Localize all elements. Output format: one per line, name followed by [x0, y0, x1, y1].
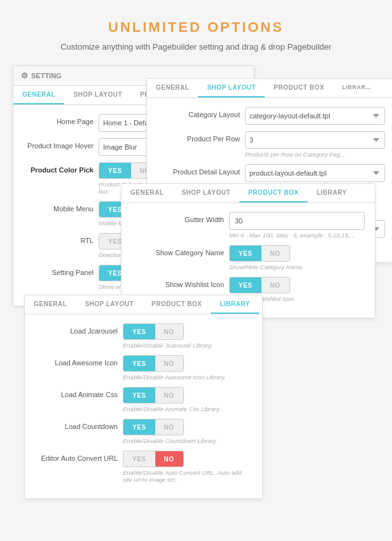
toggle-yes-show-wishlist-icon[interactable]: YES: [230, 278, 262, 293]
panel-library: GENERAL SHOP LAYOUT PRODUCT BOX LIBRARY …: [24, 295, 263, 499]
toggle-no-load-countdown[interactable]: NO: [155, 419, 183, 435]
toggle-no-load-awesome-icon[interactable]: NO: [155, 356, 183, 371]
hint-load-jcarousel: Enable/Disable Jcarousel Library.: [123, 342, 252, 349]
label-home-page: Home Page: [24, 114, 94, 125]
tab-library-2[interactable]: LIBRAR...: [333, 79, 380, 97]
label-rtl: RTL: [24, 233, 94, 244]
row-product-per-row: Product Per Row 3 Products per Row on Ca…: [157, 131, 385, 158]
row-load-countdown: Load Countdown YES NO Enable/Disable Cou…: [35, 419, 252, 444]
tab-product-box-3[interactable]: PRODUCT BOX: [239, 184, 307, 202]
label-load-awesome-icon: Load Awesome Icon: [35, 355, 118, 367]
row-category-layout: Category Layout category-layout-default.…: [157, 107, 385, 125]
input-gutter-width[interactable]: [229, 212, 365, 230]
page-title: UNLIMITED OPTIONS: [13, 19, 379, 36]
toggle-yes-load-awesome-icon[interactable]: YES: [123, 356, 155, 371]
content-product-per-row: 3 Products per Row on Category Pag...: [245, 131, 385, 158]
label-setting-panel: Setting Panel: [24, 265, 94, 276]
label-product-per-row: Product Per Row: [157, 131, 240, 143]
label-mobile-menu: Mobile Menu: [24, 201, 94, 213]
content-load-jcarousel: YES NO Enable/Disable Jcarousel Library.: [123, 323, 252, 349]
toggle-show-category-name: YES NO: [229, 245, 290, 262]
row-gutter-width: Gutter Width Min 0 - Max 100, Step : 5; …: [132, 212, 365, 239]
tab-general-2[interactable]: GENERAL: [147, 79, 198, 97]
label-load-countdown: Load Countdown: [35, 419, 118, 430]
row-load-awesome-icon: Load Awesome Icon YES NO Enable/Disable …: [35, 355, 252, 381]
label-show-category-name: Show Category Name: [132, 245, 224, 256]
toggle-yes-show-category-name[interactable]: YES: [230, 246, 262, 261]
toggle-yes-load-jcarousel[interactable]: YES: [123, 324, 155, 339]
tab-shop-layout-4[interactable]: SHOP LAYOUT: [76, 295, 143, 314]
tab-product-box-2[interactable]: PRODUCT BOX: [265, 79, 333, 97]
toggle-load-animate-css: YES NO: [123, 387, 184, 404]
label-color-pick: Product Color Pick: [24, 162, 94, 174]
label-gutter-width: Gutter Width: [132, 212, 224, 223]
toggle-no-load-jcarousel[interactable]: NO: [155, 324, 183, 339]
tab-product-box-4[interactable]: PRODUCT BOX: [143, 295, 211, 314]
tab-shop-layout-2[interactable]: SHOP LAYOUT: [198, 79, 265, 97]
hint-show-category-name: Show/Hide Category Name.: [229, 263, 365, 270]
label-load-animate-css: Load Animate Css: [35, 387, 118, 398]
toggle-yes-load-countdown[interactable]: YES: [123, 419, 155, 435]
label-category-layout: Category Layout: [157, 107, 240, 118]
content-gutter-width: Min 0 - Max 100, Step : 5; example : 5,1…: [229, 212, 365, 239]
toggle-yes-editor-auto-convert[interactable]: YES: [123, 451, 155, 467]
hint-editor-auto-convert: Enable/Disable Auto Convert URL. Auto ad…: [123, 469, 252, 483]
hint-load-awesome-icon: Enable/Disable Awesome Icon Library.: [123, 374, 252, 381]
row-show-category-name: Show Category Name YES NO Show/Hide Cate…: [132, 245, 365, 270]
row-load-animate-css: Load Animate Css YES NO Enable/Disable A…: [35, 387, 252, 412]
select-product-per-row[interactable]: 3: [245, 131, 385, 149]
page-subtitle: Customize anything with Pagebuilder sett…: [13, 42, 379, 52]
select-category-layout[interactable]: category-layout-default.tpl: [245, 107, 385, 125]
toggle-yes-color-pick[interactable]: YES: [99, 163, 131, 178]
label-image-hover: Product Image Hover: [24, 138, 94, 150]
panel2-tabs: GENERAL SHOP LAYOUT PRODUCT BOX LIBRAR..…: [147, 79, 392, 98]
content-show-category-name: YES NO Show/Hide Category Name.: [229, 245, 365, 270]
panel-header-label-1: SETTING: [31, 72, 62, 80]
tab-library-3[interactable]: LIBRARY: [307, 184, 356, 202]
hint-load-animate-css: Enable/Disable Animate Css Library.: [123, 405, 252, 412]
panels-placeholder: ⚙ SETTING GENERAL SHOP LAYOUT PRODUCT BO…: [13, 66, 379, 541]
page-wrapper: UNLIMITED OPTIONS Customize anything wit…: [0, 0, 392, 541]
tab-general-1[interactable]: GENERAL: [13, 86, 64, 104]
toggle-no-show-wishlist-icon[interactable]: NO: [262, 278, 290, 293]
label-product-detail-layout: Product Detail Layout: [157, 164, 240, 176]
toggle-yes-load-animate-css[interactable]: YES: [123, 388, 155, 403]
row-load-jcarousel: Load Jcarousel YES NO Enable/Disable Jca…: [35, 323, 252, 349]
tab-shop-layout-1[interactable]: SHOP LAYOUT: [64, 86, 131, 104]
label-load-jcarousel: Load Jcarousel: [35, 323, 118, 335]
panels-container: ⚙ SETTING GENERAL SHOP LAYOUT PRODUCT BO…: [13, 66, 379, 541]
row-editor-auto-convert: Editor Auto Convert URL YES NO Enable/Di…: [35, 451, 252, 483]
content-load-awesome-icon: YES NO Enable/Disable Awesome Icon Libra…: [123, 355, 252, 381]
content-load-animate-css: YES NO Enable/Disable Animate Css Librar…: [123, 387, 252, 412]
toggle-no-editor-auto-convert[interactable]: NO: [155, 451, 183, 467]
select-product-detail-layout[interactable]: product-layout-default.tpl: [245, 164, 385, 182]
toggle-no-show-category-name[interactable]: NO: [262, 246, 290, 261]
tab-shop-layout-3[interactable]: SHOP LAYOUT: [172, 184, 239, 202]
panel4-tabs: GENERAL SHOP LAYOUT PRODUCT BOX LIBRARY: [25, 295, 262, 314]
tab-general-4[interactable]: GENERAL: [25, 295, 76, 314]
content-category-layout: category-layout-default.tpl: [245, 107, 385, 125]
content-editor-auto-convert: YES NO Enable/Disable Auto Convert URL. …: [123, 451, 252, 483]
toggle-no-load-animate-css[interactable]: NO: [155, 388, 183, 403]
tab-general-3[interactable]: GENERAL: [122, 184, 172, 202]
content-load-countdown: YES NO Enable/Disable Countdown Library.: [123, 419, 252, 444]
hint-gutter-width: Min 0 - Max 100, Step : 5; example : 5,1…: [229, 232, 365, 239]
toggle-editor-auto-convert: YES NO: [123, 451, 184, 467]
hint-load-countdown: Enable/Disable Countdown Library.: [123, 437, 252, 444]
hint-product-per-row: Products per Row on Category Pag...: [245, 151, 385, 158]
content-product-detail-layout: product-layout-default.tpl: [245, 164, 385, 182]
toggle-show-wishlist-icon: YES NO: [229, 277, 290, 293]
toggle-load-awesome-icon: YES NO: [123, 355, 184, 372]
label-show-wishlist-icon: Show Wishlist Icon: [132, 277, 224, 288]
tab-library-4[interactable]: LIBRARY: [211, 295, 259, 314]
label-editor-auto-convert: Editor Auto Convert URL: [35, 451, 118, 462]
panel4-body: Load Jcarousel YES NO Enable/Disable Jca…: [25, 314, 262, 498]
panel3-tabs: GENERAL SHOP LAYOUT PRODUCT BOX LIBRARY: [122, 184, 375, 203]
toggle-load-jcarousel: YES NO: [123, 323, 184, 340]
gear-icon: ⚙: [21, 71, 28, 80]
row-product-detail-layout: Product Detail Layout product-layout-def…: [157, 164, 385, 182]
toggle-load-countdown: YES NO: [123, 419, 184, 435]
